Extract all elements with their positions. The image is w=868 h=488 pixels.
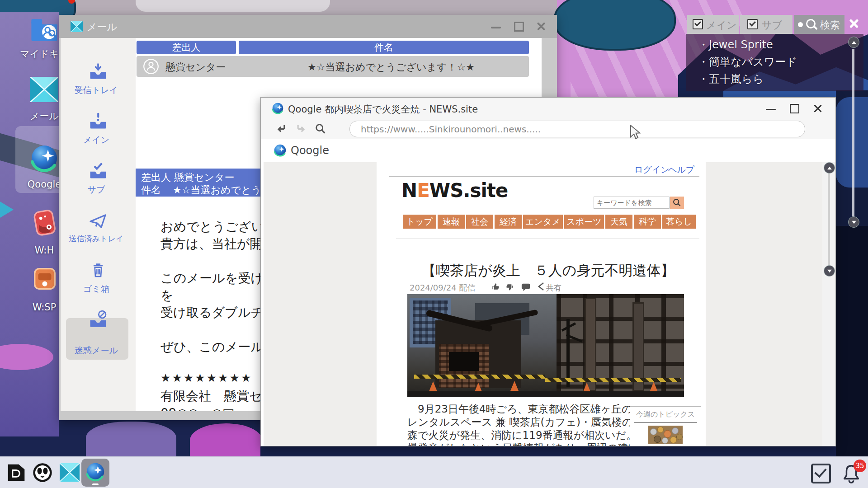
article-body-line: レンタルスペース 兼 喫茶店(カフェ)・蜃気楼の [407, 415, 633, 429]
close-icon [536, 21, 546, 31]
wallpaper-white-blob [136, 0, 330, 12]
share-label[interactable]: 共有 [546, 283, 561, 293]
nav-tab-sokuho[interactable]: 速報 [438, 215, 465, 229]
folder-label: 受信トレイ [59, 84, 134, 96]
sidebar-item-main[interactable]: メイン [61, 111, 136, 159]
taskbar-qoogle-active[interactable] [81, 459, 109, 487]
article-body-line: 森で火災が発生、消防に119番通報が相次いだ。 [407, 428, 637, 442]
news-site-logo[interactable]: NEWS.site [401, 179, 508, 202]
taskbar: 35 [0, 456, 868, 488]
wsp-app-icon [32, 266, 58, 292]
quest-close-button[interactable] [847, 17, 861, 30]
active-indicator [92, 483, 99, 485]
quest-tab-main[interactable]: メイン [687, 15, 739, 34]
article-date: 2024/09/24 配信 [410, 282, 475, 293]
maximize-button[interactable] [511, 19, 526, 34]
login-link[interactable]: ログイン [634, 164, 670, 176]
mail-body-line: おめでとうござい [160, 218, 264, 235]
topics-thumbnail-coins[interactable] [648, 426, 683, 444]
comment-icon[interactable] [521, 282, 531, 291]
checkbox-checked-icon[interactable] [747, 19, 758, 29]
quest-scroll-track [852, 49, 854, 216]
spam-icon [88, 310, 108, 329]
taskbar-qoogle-icon [85, 462, 105, 482]
search-icon[interactable] [314, 122, 327, 135]
mail-sidebar: 受信トレイ メイン サブ [61, 38, 136, 411]
quest-tab-sub[interactable]: サブ [740, 15, 793, 34]
inbox-important-icon [88, 111, 108, 131]
nav-tab-top[interactable]: トップ [403, 215, 436, 229]
minimize-button[interactable] [488, 19, 504, 34]
like-icon[interactable] [491, 282, 500, 291]
folder-label: サブ [59, 184, 134, 196]
send-icon [87, 211, 109, 232]
dislike-icon[interactable] [505, 283, 514, 292]
mail-envelope-icon [30, 77, 58, 102]
keyword-search-button[interactable] [670, 197, 684, 209]
column-header-subject[interactable]: 件名 [239, 41, 529, 54]
back-icon[interactable] [275, 122, 288, 135]
nav-tab-entame[interactable]: エンタメ [523, 215, 563, 229]
search-icon [672, 198, 682, 207]
mail-body-line: 有限会社 懸賞セ [160, 388, 262, 405]
mail-body-line: を [160, 287, 174, 304]
taskbar-documents-icon[interactable] [6, 463, 26, 483]
sidebar-item-sent[interactable]: 送信済みトレイ [61, 211, 136, 258]
quest-item[interactable]: ・五十嵐らら [698, 72, 764, 86]
keyword-search-input[interactable] [594, 197, 670, 209]
checkbox-checked-icon[interactable] [693, 19, 703, 29]
nav-tab-sports[interactable]: スポーツ [564, 215, 604, 229]
wallpaper-bottom-band2 [260, 446, 836, 456]
logo-e: E [417, 179, 429, 202]
scroll-down-button[interactable] [824, 265, 835, 277]
browser-window-title: Qoogle 都内喫茶店で火災全焼 - NEWS.site [288, 103, 478, 116]
mouse-cursor [629, 125, 643, 141]
mail-titlebar[interactable]: メール [59, 15, 557, 38]
sidebar-item-spam[interactable]: 迷惑メール [61, 300, 136, 356]
sidebar-item-sub[interactable]: サブ [61, 161, 136, 208]
logo-rest: WS.site [429, 179, 508, 202]
wallpaper-bottom-band [59, 418, 260, 456]
sidebar-item-inbox[interactable]: 受信トレイ [61, 61, 136, 109]
weekly-topics-box[interactable]: 今週のトピックス [630, 406, 701, 446]
inbox-icon [88, 61, 108, 81]
brand-text[interactable]: Qoogle [291, 144, 329, 157]
taskbar-notifications-button[interactable]: 35 [840, 461, 863, 485]
article-divider [396, 239, 699, 239]
quest-scroll-down-button[interactable] [848, 216, 859, 228]
folder-label: メイン [59, 134, 134, 146]
page-margin-left [264, 162, 377, 446]
mail-body-line: 受け取るダブルチ [160, 304, 264, 321]
nav-tab-kagaku[interactable]: 科学 [634, 215, 661, 229]
folder-label: 迷惑メール [59, 345, 134, 357]
share-icon[interactable] [537, 282, 545, 291]
topics-title: 今週のトピックス [630, 410, 701, 419]
taskbar-mail-icon[interactable] [60, 463, 80, 482]
quest-tab-label: メイン [706, 19, 737, 32]
radio-dot-icon [798, 22, 803, 27]
mail-list-row[interactable]: 懸賞センター ★☆当選おめでとうございます！☆★ [137, 56, 529, 77]
quest-tab-label: サブ [762, 19, 782, 32]
detail-sender: 差出人 懸賞センター [141, 171, 235, 184]
close-button[interactable] [533, 19, 549, 34]
detail-subject-label: 件名 [141, 183, 161, 197]
quest-item[interactable]: ・簡単なパスワード [698, 55, 797, 69]
quest-panel: メイン サブ 検索 ・Jewel Sprite ・簡単なパスワード ・五十嵐らら [686, 15, 863, 227]
forward-icon[interactable] [294, 122, 307, 135]
nav-tab-shakai[interactable]: 社会 [466, 215, 493, 229]
quest-item[interactable]: ・Jewel Sprite [698, 38, 773, 52]
header-divider [389, 176, 699, 177]
taskbar-face-icon[interactable] [33, 463, 52, 483]
column-header-sender[interactable]: 差出人 [137, 41, 236, 54]
taskbar-tasks-button[interactable] [810, 463, 830, 483]
nav-tab-keizai[interactable]: 経済 [495, 215, 522, 229]
article-body-line: 9月23日午後4時ごろ、東京都松谷区雄ヶ丘の [407, 402, 632, 416]
article-headline: 【喫茶店が炎上 ５人の身元不明遺体】 [422, 261, 675, 280]
nav-tab-tenki[interactable]: 天気 [605, 215, 632, 229]
quest-tab-label: 検索 [820, 19, 840, 32]
url-text: https://www.....Sinkirounomori..news....… [361, 124, 541, 135]
quest-panel-body: ・Jewel Sprite ・簡単なパスワード ・五十嵐らら [686, 34, 863, 91]
mail-body-line: ★★★★★★★★ [160, 371, 252, 385]
quest-scroll-up-button[interactable] [848, 37, 859, 48]
quest-tab-search[interactable]: 検索 [794, 15, 844, 34]
